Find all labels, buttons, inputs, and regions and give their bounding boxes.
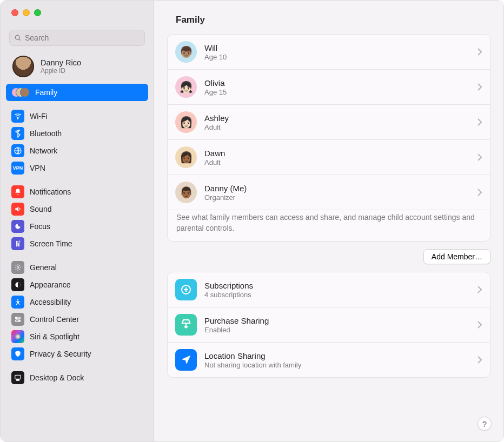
member-avatar: 👨🏾	[175, 182, 197, 203]
family-member-row[interactable]: 👨🏾Danny (Me)Organizer	[168, 175, 490, 210]
sidebar-item-accessibility[interactable]: Accessibility	[6, 293, 148, 311]
sidebar-item-label: Siri & Spotlight	[30, 332, 79, 341]
purchase-icon	[175, 314, 197, 336]
sidebar-item-siri-spotlight[interactable]: Siri & Spotlight	[6, 328, 148, 345]
sidebar-item-bluetooth[interactable]: Bluetooth	[6, 125, 148, 142]
member-subtitle: Organizer	[204, 193, 469, 202]
sidebar-item-sound[interactable]: Sound	[6, 200, 148, 218]
feature-subtitle: Enabled	[204, 326, 469, 334]
feature-title: Purchase Sharing	[204, 316, 469, 325]
chevron-right-icon	[477, 83, 482, 91]
svg-point-6	[19, 241, 20, 242]
help-button[interactable]: ?	[478, 417, 492, 431]
member-name: Will	[204, 43, 469, 52]
sidebar-item-screen-time[interactable]: Screen Time	[6, 235, 148, 252]
svg-rect-15	[15, 375, 21, 379]
bluetooth-icon	[11, 127, 24, 140]
feature-row-purchase-sharing[interactable]: Purchase SharingEnabled	[168, 307, 490, 342]
sidebar-item-appearance[interactable]: Appearance	[6, 276, 148, 293]
svg-point-0	[15, 35, 19, 39]
subscriptions-icon	[175, 279, 197, 300]
sidebar-item-label: Family	[35, 88, 57, 97]
apple-id-row[interactable]: Danny Rico Apple ID	[1, 50, 154, 82]
feature-title: Subscriptions	[204, 281, 469, 290]
family-member-row[interactable]: 👦🏽WillAge 10	[168, 35, 490, 69]
member-avatar: 👩🏻	[175, 111, 197, 133]
family-member-row[interactable]: 👩🏾DawnAdult	[168, 139, 490, 175]
member-subtitle: Adult	[204, 158, 469, 166]
sidebar-item-label: Bluetooth	[30, 129, 62, 138]
sidebar-item-label: Appearance	[30, 280, 71, 289]
close-window-button[interactable]	[11, 9, 18, 16]
sidebar: Danny Rico Apple ID FamilyWi-FiBluetooth…	[1, 1, 154, 441]
accessibility-icon	[11, 296, 24, 309]
window-controls	[1, 1, 154, 22]
location-icon	[175, 349, 197, 371]
member-avatar: 👧🏻	[175, 76, 197, 98]
sidebar-item-general[interactable]: General	[6, 259, 148, 276]
member-name: Ashley	[204, 113, 469, 123]
add-member-button[interactable]: Add Member…	[423, 249, 490, 264]
sidebar-item-vpn[interactable]: VPNVPN	[6, 159, 148, 177]
members-footer-note: See what family members can access and s…	[168, 210, 490, 241]
search-icon	[14, 34, 22, 42]
sidebar-nav: FamilyWi-FiBluetoothNetworkVPNVPNNotific…	[1, 82, 154, 386]
member-avatar: 👦🏽	[175, 41, 197, 63]
sidebar-item-wi-fi[interactable]: Wi-Fi	[6, 108, 148, 125]
sidebar-item-label: Network	[30, 146, 57, 155]
general-icon	[11, 261, 24, 274]
family-members-card: 👦🏽WillAge 10👧🏻OliviaAge 15👩🏻AshleyAdult👩…	[167, 34, 490, 242]
sound-icon	[11, 203, 24, 216]
desktopdock-icon	[11, 371, 24, 384]
sidebar-item-privacy-security[interactable]: Privacy & Security	[6, 345, 148, 363]
sidebar-item-label: Wi-Fi	[30, 112, 48, 120]
sidebar-item-focus[interactable]: Focus	[6, 218, 148, 235]
sidebar-item-label: Desktop & Dock	[30, 373, 84, 382]
settings-window: Danny Rico Apple ID FamilyWi-FiBluetooth…	[0, 0, 504, 442]
member-subtitle: Age 10	[204, 53, 469, 61]
search-field[interactable]	[9, 30, 145, 46]
appearance-icon	[11, 278, 24, 291]
family-member-row[interactable]: 👩🏻AshleyAdult	[168, 104, 490, 139]
member-avatar: 👩🏾	[175, 146, 197, 168]
sidebar-item-label: General	[30, 263, 57, 272]
sidebar-item-label: Control Center	[30, 315, 79, 324]
svg-point-14	[15, 334, 21, 340]
chevron-right-icon	[477, 286, 482, 293]
profile-name: Danny Rico	[41, 58, 81, 67]
sidebar-item-label: Accessibility	[30, 298, 71, 306]
svg-point-7	[17, 266, 19, 269]
sidebar-item-notifications[interactable]: Notifications	[6, 183, 148, 200]
sidebar-item-label: Privacy & Security	[30, 350, 91, 358]
feature-row-location-sharing[interactable]: Location SharingNot sharing location wit…	[168, 342, 490, 377]
wifi-icon	[11, 110, 24, 123]
network-icon	[11, 144, 24, 157]
notifications-icon	[11, 185, 24, 198]
chevron-right-icon	[477, 153, 482, 161]
feature-row-subscriptions[interactable]: Subscriptions4 subscriptions	[168, 272, 490, 307]
controlcenter-icon	[11, 313, 24, 326]
svg-rect-4	[16, 241, 17, 247]
svg-point-9	[17, 299, 18, 300]
sidebar-item-desktop-dock[interactable]: Desktop & Dock	[6, 369, 148, 386]
zoom-window-button[interactable]	[34, 9, 41, 16]
screentime-icon	[11, 237, 24, 250]
minimize-window-button[interactable]	[23, 9, 30, 16]
chevron-right-icon	[477, 356, 482, 364]
privacy-icon	[11, 347, 24, 360]
sidebar-item-family[interactable]: Family	[6, 84, 148, 101]
focus-icon	[11, 220, 24, 233]
search-input[interactable]	[25, 34, 140, 42]
chevron-right-icon	[477, 118, 482, 126]
svg-point-2	[17, 118, 18, 119]
chevron-right-icon	[477, 321, 482, 329]
member-name: Dawn	[204, 149, 469, 158]
family-icon	[11, 86, 30, 99]
feature-title: Location Sharing	[204, 351, 469, 360]
vpn-icon: VPN	[11, 162, 24, 175]
svg-rect-16	[16, 380, 19, 381]
sidebar-item-network[interactable]: Network	[6, 142, 148, 159]
sidebar-item-control-center[interactable]: Control Center	[6, 311, 148, 328]
family-member-row[interactable]: 👧🏻OliviaAge 15	[168, 69, 490, 104]
member-subtitle: Adult	[204, 123, 469, 131]
